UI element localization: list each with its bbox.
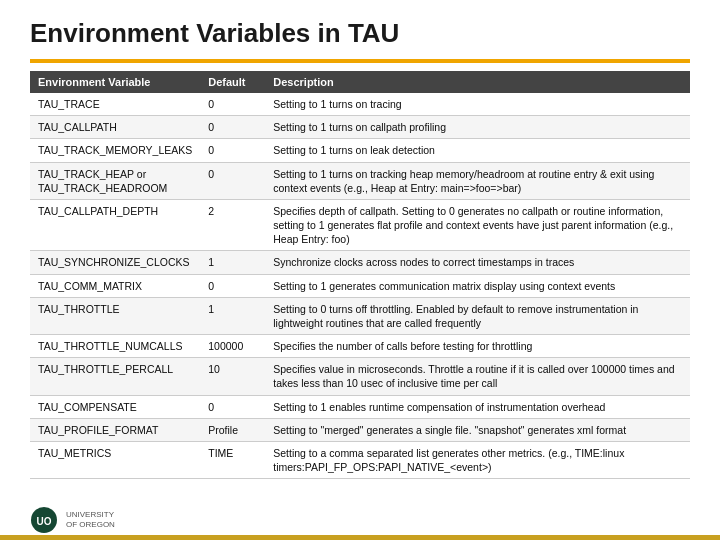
cell-variable: TAU_COMM_MATRIX	[30, 274, 200, 297]
page-title: Environment Variables in TAU	[30, 18, 690, 49]
cell-variable: TAU_TRACE	[30, 93, 200, 116]
cell-description: Setting to 1 turns on tracking heap memo…	[265, 162, 690, 199]
cell-default: TIME	[200, 441, 265, 478]
cell-default: 0	[200, 162, 265, 199]
table-row: TAU_PROFILE_FORMATProfileSetting to "mer…	[30, 418, 690, 441]
university-logo: UO	[30, 506, 58, 534]
table-row: TAU_TRACE0Setting to 1 turns on tracing	[30, 93, 690, 116]
footer-text: UNIVERSITY OF OREGON	[66, 510, 115, 531]
cell-default: 100000	[200, 335, 265, 358]
cell-default: 0	[200, 274, 265, 297]
table-row: TAU_CALLPATH_DEPTH2Specifies depth of ca…	[30, 199, 690, 251]
cell-description: Setting to 1 turns on tracing	[265, 93, 690, 116]
cell-variable: TAU_THROTTLE	[30, 297, 200, 334]
table-container: Environment Variable Default Description…	[0, 71, 720, 479]
cell-default: 2	[200, 199, 265, 251]
table-row: TAU_THROTTLE1Setting to 0 turns off thro…	[30, 297, 690, 334]
table-row: TAU_COMPENSATE0Setting to 1 enables runt…	[30, 395, 690, 418]
cell-description: Specifies value in microseconds. Throttl…	[265, 358, 690, 395]
cell-default: Profile	[200, 418, 265, 441]
table-row: TAU_THROTTLE_PERCALL10Specifies value in…	[30, 358, 690, 395]
env-vars-table: Environment Variable Default Description…	[30, 71, 690, 479]
cell-default: 1	[200, 297, 265, 334]
cell-description: Setting to 1 enables runtime compensatio…	[265, 395, 690, 418]
cell-variable: TAU_THROTTLE_PERCALL	[30, 358, 200, 395]
svg-text:UO: UO	[37, 516, 52, 527]
col-header-description: Description	[265, 71, 690, 93]
cell-default: 10	[200, 358, 265, 395]
cell-variable: TAU_SYNCHRONIZE_CLOCKS	[30, 251, 200, 274]
cell-default: 0	[200, 93, 265, 116]
header: Environment Variables in TAU	[0, 0, 720, 59]
table-row: TAU_COMM_MATRIX0Setting to 1 generates c…	[30, 274, 690, 297]
cell-variable: TAU_TRACK_MEMORY_LEAKS	[30, 139, 200, 162]
cell-description: Specifies the number of calls before tes…	[265, 335, 690, 358]
table-header-row: Environment Variable Default Description	[30, 71, 690, 93]
cell-default: 0	[200, 116, 265, 139]
cell-variable: TAU_COMPENSATE	[30, 395, 200, 418]
cell-description: Setting to 1 turns on callpath profiling	[265, 116, 690, 139]
table-row: TAU_SYNCHRONIZE_CLOCKS1Synchronize clock…	[30, 251, 690, 274]
cell-variable: TAU_METRICS	[30, 441, 200, 478]
cell-default: 0	[200, 139, 265, 162]
page: Environment Variables in TAU Environment…	[0, 0, 720, 540]
cell-default: 1	[200, 251, 265, 274]
cell-description: Setting to 1 turns on leak detection	[265, 139, 690, 162]
cell-description: Synchronize clocks across nodes to corre…	[265, 251, 690, 274]
cell-description: Setting to 0 turns off throttling. Enabl…	[265, 297, 690, 334]
cell-description: Setting to "merged" generates a single f…	[265, 418, 690, 441]
table-row: TAU_TRACK_HEAP or TAU_TRACK_HEADROOM0Set…	[30, 162, 690, 199]
cell-variable: TAU_TRACK_HEAP or TAU_TRACK_HEADROOM	[30, 162, 200, 199]
table-row: TAU_METRICSTIMESetting to a comma separa…	[30, 441, 690, 478]
cell-variable: TAU_CALLPATH_DEPTH	[30, 199, 200, 251]
cell-variable: TAU_THROTTLE_NUMCALLS	[30, 335, 200, 358]
cell-description: Specifies depth of callpath. Setting to …	[265, 199, 690, 251]
table-row: TAU_THROTTLE_NUMCALLS100000Specifies the…	[30, 335, 690, 358]
table-row: TAU_CALLPATH0Setting to 1 turns on callp…	[30, 116, 690, 139]
col-header-variable: Environment Variable	[30, 71, 200, 93]
footer: UO UNIVERSITY OF OREGON	[30, 506, 115, 534]
cell-variable: TAU_PROFILE_FORMAT	[30, 418, 200, 441]
cell-description: Setting to a comma separated list genera…	[265, 441, 690, 478]
bottom-bar	[0, 535, 720, 540]
col-header-default: Default	[200, 71, 265, 93]
cell-variable: TAU_CALLPATH	[30, 116, 200, 139]
table-row: TAU_TRACK_MEMORY_LEAKS0Setting to 1 turn…	[30, 139, 690, 162]
cell-default: 0	[200, 395, 265, 418]
gold-divider	[30, 59, 690, 63]
cell-description: Setting to 1 generates communication mat…	[265, 274, 690, 297]
